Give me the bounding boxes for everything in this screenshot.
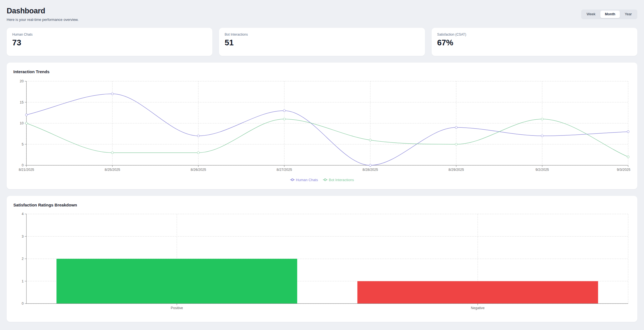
legend-item-bot-interactions: Bot Interactions bbox=[323, 178, 354, 182]
svg-text:20: 20 bbox=[20, 79, 24, 83]
stat-value: 73 bbox=[12, 38, 207, 47]
interaction-trends-title: Interaction Trends bbox=[13, 69, 631, 74]
legend-item-human-chats: Human Chats bbox=[290, 178, 318, 182]
time-range-toggle: Week Month Year bbox=[581, 9, 637, 19]
satisfaction-breakdown-title: Satisfaction Ratings Breakdown bbox=[13, 203, 631, 207]
svg-text:Negative: Negative bbox=[471, 306, 484, 310]
svg-text:9/3/2025: 9/3/2025 bbox=[617, 168, 630, 172]
svg-text:8/26/2025: 8/26/2025 bbox=[191, 168, 206, 172]
stats-row: Human Chats 73 Bot Interactions 51 Satis… bbox=[7, 28, 637, 56]
stat-card-bot-interactions: Bot Interactions 51 bbox=[219, 28, 425, 56]
stat-value: 67% bbox=[437, 38, 632, 47]
range-button-month[interactable]: Month bbox=[600, 11, 620, 18]
legend-label: Human Chats bbox=[296, 178, 318, 182]
dashboard-page: Dashboard Here is your real-time perform… bbox=[0, 0, 644, 329]
page-header: Dashboard Here is your real-time perform… bbox=[7, 7, 637, 22]
satisfaction-breakdown-panel: Satisfaction Ratings Breakdown 01234Posi… bbox=[7, 196, 637, 322]
svg-text:10: 10 bbox=[20, 121, 24, 125]
interaction-trends-panel: Interaction Trends 051015208/21/20258/25… bbox=[7, 63, 637, 189]
svg-text:Positive: Positive bbox=[171, 306, 183, 310]
svg-text:9/2/2025: 9/2/2025 bbox=[535, 168, 549, 172]
bar-positive bbox=[56, 259, 297, 304]
stat-label: Bot Interactions bbox=[225, 33, 419, 36]
chart-legend: Human ChatsBot Interactions bbox=[13, 177, 631, 183]
stat-card-human-chats: Human Chats 73 bbox=[7, 28, 212, 56]
range-button-week[interactable]: Week bbox=[582, 11, 600, 18]
svg-text:2: 2 bbox=[22, 257, 24, 261]
satisfaction-breakdown-chart-wrap: 01234PositiveNegative bbox=[13, 212, 631, 315]
svg-text:4: 4 bbox=[22, 212, 24, 216]
page-title: Dashboard bbox=[7, 7, 79, 15]
range-button-year[interactable]: Year bbox=[620, 11, 636, 18]
legend-line-icon bbox=[290, 178, 295, 181]
svg-text:15: 15 bbox=[20, 100, 24, 104]
interaction-trends-chart-wrap: 051015208/21/20258/25/20258/26/20258/27/… bbox=[13, 78, 631, 183]
svg-text:8/28/2025: 8/28/2025 bbox=[362, 168, 378, 172]
legend-line-icon bbox=[323, 178, 327, 181]
header-text: Dashboard Here is your real-time perform… bbox=[7, 7, 79, 22]
svg-text:8/21/2025: 8/21/2025 bbox=[19, 168, 34, 172]
page-subtitle: Here is your real-time performance overv… bbox=[7, 18, 79, 22]
stat-value: 51 bbox=[225, 38, 419, 47]
series-dots-human-chats bbox=[25, 93, 629, 166]
svg-text:5: 5 bbox=[22, 142, 24, 146]
interaction-trends-line-chart: 051015208/21/20258/25/20258/26/20258/27/… bbox=[13, 78, 631, 175]
tick-labels: 051015208/21/20258/25/20258/26/20258/27/… bbox=[19, 79, 630, 172]
svg-text:0: 0 bbox=[22, 163, 24, 167]
bar-negative bbox=[357, 281, 598, 304]
satisfaction-breakdown-bar-chart: 01234PositiveNegative bbox=[13, 212, 631, 314]
svg-text:0: 0 bbox=[22, 302, 24, 306]
legend-label: Bot Interactions bbox=[329, 178, 354, 182]
svg-text:1: 1 bbox=[22, 279, 24, 283]
stat-label: Human Chats bbox=[12, 33, 207, 36]
series-line-human-chats bbox=[26, 94, 628, 165]
stat-card-satisfaction-csat: Satisfaction (CSAT) 67% bbox=[432, 28, 637, 56]
svg-text:3: 3 bbox=[22, 235, 24, 238]
svg-text:8/25/2025: 8/25/2025 bbox=[105, 168, 120, 172]
stat-label: Satisfaction (CSAT) bbox=[437, 33, 632, 36]
svg-text:8/27/2025: 8/27/2025 bbox=[277, 168, 292, 172]
svg-text:8/29/2025: 8/29/2025 bbox=[449, 168, 464, 172]
